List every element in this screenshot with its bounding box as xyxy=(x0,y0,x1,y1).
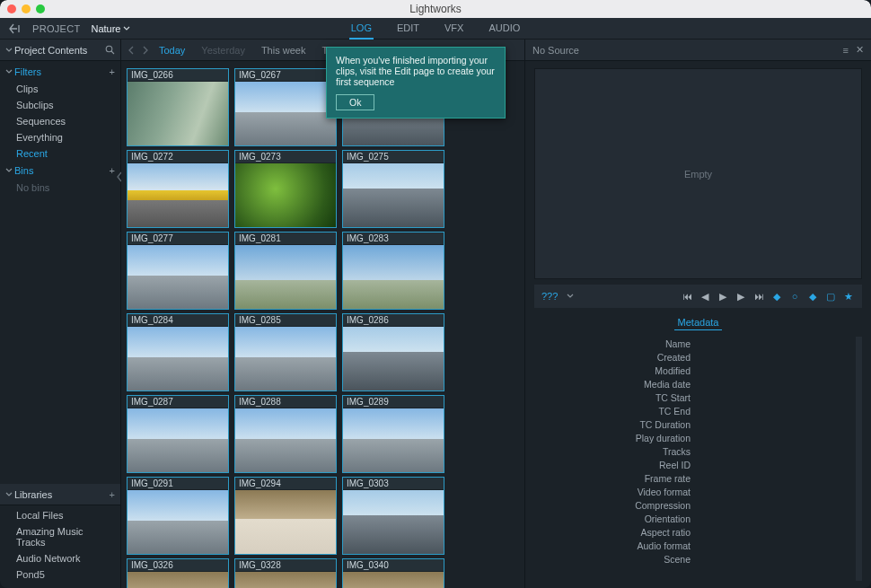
clip-thumbnail[interactable]: IMG_0294 xyxy=(234,477,337,555)
date-filters: Today Yesterday This week This xyxy=(159,45,340,56)
clip-label: IMG_0285 xyxy=(235,314,336,327)
filter-today[interactable]: Today xyxy=(159,45,185,56)
source-panel: No Source ≡ ✕ Empty ??? ⏮ ◀ ▶ ▶ ⏭ ◆ ○ ◆ … xyxy=(525,39,871,588)
metadata-row: TC Duration xyxy=(534,417,862,431)
workspace-tabs: LOG EDIT VFX AUDIO xyxy=(0,18,871,39)
clip-label: IMG_0286 xyxy=(343,314,444,327)
clip-label: IMG_0303 xyxy=(343,478,444,490)
metadata-key: Reel ID xyxy=(534,460,696,470)
step-forward-icon[interactable]: ▶ xyxy=(735,291,747,303)
metadata-key: TC Duration xyxy=(534,419,696,430)
clip-label: IMG_0272 xyxy=(128,151,228,163)
filter-yesterday[interactable]: Yesterday xyxy=(201,45,245,56)
clip-thumbnail[interactable]: IMG_0266 xyxy=(127,68,229,146)
tooltip-ok-button[interactable]: Ok xyxy=(336,94,374,110)
filters-header[interactable]: Filters + xyxy=(0,63,120,81)
nav-forward-icon[interactable] xyxy=(142,46,148,55)
clip-thumbnail[interactable]: IMG_0283 xyxy=(342,232,444,310)
clip-thumbnail[interactable]: IMG_0291 xyxy=(127,477,229,555)
favorite-icon[interactable]: ★ xyxy=(842,291,855,303)
clip-thumbnail[interactable]: IMG_0281 xyxy=(234,232,337,310)
search-icon[interactable] xyxy=(105,45,115,55)
filters-section: Filters + Clips Subclips Sequences Every… xyxy=(0,61,120,201)
metadata-scrollbar[interactable] xyxy=(856,337,862,581)
library-pond5[interactable]: Pond5 xyxy=(0,566,120,583)
play-icon[interactable]: ▶ xyxy=(717,291,729,303)
clip-thumbnail[interactable]: IMG_0272 xyxy=(127,150,229,228)
clip-thumbnail[interactable]: IMG_0303 xyxy=(342,477,444,555)
chevron-down-icon[interactable] xyxy=(5,47,14,54)
clip-thumbnail[interactable]: IMG_0277 xyxy=(127,232,229,310)
tab-metadata[interactable]: Metadata xyxy=(674,315,723,330)
clip-thumbnail[interactable]: IMG_0267 xyxy=(234,68,337,146)
source-viewer[interactable]: Empty xyxy=(534,68,862,279)
clip-thumbnail[interactable]: IMG_0288 xyxy=(234,395,337,473)
cue-icon[interactable]: ▢ xyxy=(824,291,837,303)
exit-project-icon[interactable] xyxy=(9,23,22,34)
metadata-key: TC Start xyxy=(534,392,696,403)
clip-label: IMG_0267 xyxy=(235,69,336,82)
chevron-down-icon[interactable] xyxy=(567,294,579,299)
step-back-icon[interactable]: ◀ xyxy=(699,291,711,303)
bins-header[interactable]: Bins + xyxy=(0,162,120,180)
add-filter-icon[interactable]: + xyxy=(110,66,115,77)
metadata-key: Scene xyxy=(534,554,696,565)
clip-image xyxy=(128,82,228,145)
library-local-files[interactable]: Local Files xyxy=(0,507,120,523)
viewer-empty-label: Empty xyxy=(684,169,712,180)
sidebar-item-no-bins: No bins xyxy=(0,180,120,196)
project-name-dropdown[interactable]: Nature xyxy=(91,23,130,34)
clip-thumbnail[interactable]: IMG_0273 xyxy=(234,150,337,228)
clip-label: IMG_0328 xyxy=(235,559,336,572)
sidebar-item-everything[interactable]: Everything xyxy=(0,129,120,145)
mark-clear-icon[interactable]: ○ xyxy=(788,291,801,302)
menu-icon[interactable]: ≡ xyxy=(843,45,849,56)
nav-back-icon[interactable] xyxy=(128,46,135,55)
clip-thumbnail[interactable]: IMG_0326 xyxy=(127,558,229,588)
clip-label: IMG_0273 xyxy=(235,151,336,163)
clip-thumbnail[interactable]: IMG_0328 xyxy=(234,558,337,588)
add-library-icon[interactable]: + xyxy=(110,489,115,500)
clip-thumbnail[interactable]: IMG_0340 xyxy=(342,558,444,588)
project-label: PROJECT xyxy=(32,23,80,34)
project-contents-header: Project Contents xyxy=(0,39,120,61)
sidebar-item-sequences[interactable]: Sequences xyxy=(0,113,120,129)
onboarding-tooltip: When you've finished importing your clip… xyxy=(326,47,506,118)
sidebar: Project Contents Filters + Clips Subclip… xyxy=(0,39,121,588)
clip-browser: Today Yesterday This week This IMG_0266I… xyxy=(121,39,525,588)
clip-thumbnail[interactable]: IMG_0275 xyxy=(342,150,444,228)
clip-thumbnail[interactable]: IMG_0285 xyxy=(234,313,337,391)
browser-nav xyxy=(128,46,148,55)
mark-in-icon[interactable]: ◆ xyxy=(770,291,783,303)
tab-log[interactable]: LOG xyxy=(349,18,374,39)
sidebar-item-recent[interactable]: Recent xyxy=(0,145,120,162)
go-end-icon[interactable]: ⏭ xyxy=(752,291,765,302)
metadata-row: TC Start xyxy=(534,391,862,404)
close-icon[interactable]: ✕ xyxy=(856,44,864,56)
clip-thumbnail[interactable]: IMG_0289 xyxy=(342,395,444,473)
sidebar-item-subclips[interactable]: Subclips xyxy=(0,97,120,113)
clip-thumbnail[interactable]: IMG_0286 xyxy=(342,313,444,391)
clip-thumbnail[interactable]: IMG_0287 xyxy=(127,395,229,473)
tab-audio[interactable]: AUDIO xyxy=(487,18,522,39)
libraries-label: Libraries xyxy=(14,489,106,500)
clip-label: IMG_0277 xyxy=(128,233,228,245)
tab-vfx[interactable]: VFX xyxy=(443,18,465,39)
metadata-row: Tracks xyxy=(534,444,862,458)
source-name[interactable]: ??? xyxy=(541,291,558,302)
filters-label: Filters xyxy=(14,66,110,77)
libraries-header[interactable]: Libraries + xyxy=(0,484,120,505)
metadata-key: Frame rate xyxy=(534,473,696,484)
tab-edit[interactable]: EDIT xyxy=(395,18,421,39)
metadata-row: Media date xyxy=(534,377,862,391)
sidebar-item-clips[interactable]: Clips xyxy=(0,81,120,97)
metadata-row: Orientation xyxy=(534,512,862,525)
library-amazing-music[interactable]: Amazing Music Tracks xyxy=(0,523,120,550)
clip-thumbnail[interactable]: IMG_0284 xyxy=(127,313,229,391)
mark-out-icon[interactable]: ◆ xyxy=(806,291,819,303)
chevron-down-icon xyxy=(5,68,14,75)
go-start-icon[interactable]: ⏮ xyxy=(681,291,693,302)
filter-this-week[interactable]: This week xyxy=(261,45,306,56)
libraries-section: Libraries + Local Files Amazing Music Tr… xyxy=(0,484,120,588)
library-audio-network[interactable]: Audio Network xyxy=(0,550,120,566)
